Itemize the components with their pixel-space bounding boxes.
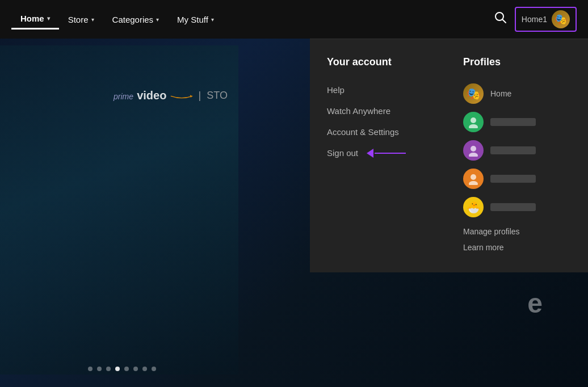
profile-3-name <box>490 146 536 154</box>
profile-4-name <box>490 175 536 183</box>
svg-point-7 <box>469 181 478 185</box>
home-chevron-icon: ▾ <box>47 15 50 22</box>
manage-profiles-button[interactable]: Manage profiles <box>463 221 577 239</box>
search-button[interactable] <box>486 7 515 32</box>
pipe-separator: | <box>199 90 201 102</box>
nav-categories[interactable]: Categories ▾ <box>103 10 169 29</box>
carousel-dots <box>0 367 244 371</box>
prime-text: prime <box>114 92 133 101</box>
profile-item-home[interactable]: 🎭 Home <box>463 79 577 108</box>
profile-avatar-home: 🎭 <box>463 83 484 104</box>
nav-home-label: Home <box>20 14 44 23</box>
sign-out-arrow <box>367 149 406 158</box>
profile-avatar-4 <box>463 169 484 189</box>
svg-point-6 <box>471 174 476 180</box>
svg-line-1 <box>502 20 506 23</box>
svg-point-4 <box>471 146 476 152</box>
nav-store-label: Store <box>68 15 89 24</box>
dot-7[interactable] <box>142 367 147 371</box>
navbar: Home ▾ Store ▾ Categories ▾ My Stuff ▾ H… <box>0 0 588 39</box>
prime-video-logo: prime video | STO <box>114 88 228 103</box>
svg-point-3 <box>469 124 478 128</box>
nav-my-stuff-label: My Stuff <box>177 15 208 24</box>
svg-point-2 <box>471 117 476 123</box>
dot-2[interactable] <box>97 367 102 371</box>
dot-3[interactable] <box>106 367 111 371</box>
your-account-heading: Your account <box>327 56 452 68</box>
dot-1[interactable] <box>88 367 93 371</box>
nav-categories-label: Categories <box>112 15 154 24</box>
video-text: video <box>137 89 166 102</box>
profile-item-4[interactable] <box>463 165 577 193</box>
profiles-column: Profiles 🎭 Home <box>463 56 577 255</box>
account-settings-menu-item[interactable]: Account & Settings <box>327 121 452 142</box>
sto-text: STO <box>207 90 228 102</box>
profile-item-2[interactable] <box>463 108 577 136</box>
profile-5-name <box>490 203 536 211</box>
svg-point-5 <box>469 153 478 157</box>
account-dropdown: Your account Help Watch Anywhere Account… <box>310 39 588 272</box>
dot-4[interactable] <box>115 367 120 371</box>
watch-anywhere-menu-item[interactable]: Watch Anywhere <box>327 100 452 121</box>
nav-home[interactable]: Home ▾ <box>11 9 59 30</box>
help-menu-item[interactable]: Help <box>327 79 452 100</box>
background-letter-e: e <box>527 288 543 319</box>
profile-avatar-3 <box>463 140 484 161</box>
profile-item-3[interactable] <box>463 136 577 165</box>
your-account-column: Your account Help Watch Anywhere Account… <box>327 56 452 255</box>
profile-button[interactable]: Home1 🎭 <box>515 7 577 32</box>
profile-2-name <box>490 118 536 126</box>
store-chevron-icon: ▾ <box>91 16 94 23</box>
profile-avatar: 🎭 <box>552 10 570 28</box>
my-stuff-chevron-icon: ▾ <box>211 16 214 23</box>
profile-item-5[interactable]: 🐣 <box>463 193 577 221</box>
sign-out-menu-item[interactable]: Sign out <box>327 142 452 163</box>
profile-avatar-2 <box>463 112 484 132</box>
profiles-heading: Profiles <box>463 56 577 68</box>
profile-avatar-5: 🐣 <box>463 197 484 217</box>
dot-8[interactable] <box>152 367 156 371</box>
dot-6[interactable] <box>133 367 138 371</box>
nav-my-stuff[interactable]: My Stuff ▾ <box>168 10 223 29</box>
nav-store[interactable]: Store ▾ <box>59 10 103 29</box>
categories-chevron-icon: ▾ <box>156 16 159 23</box>
learn-more-button[interactable]: Learn more <box>463 239 577 255</box>
dot-5[interactable] <box>124 367 129 371</box>
profile-home-name: Home <box>490 89 511 98</box>
profile-name-label: Home1 <box>522 15 547 24</box>
